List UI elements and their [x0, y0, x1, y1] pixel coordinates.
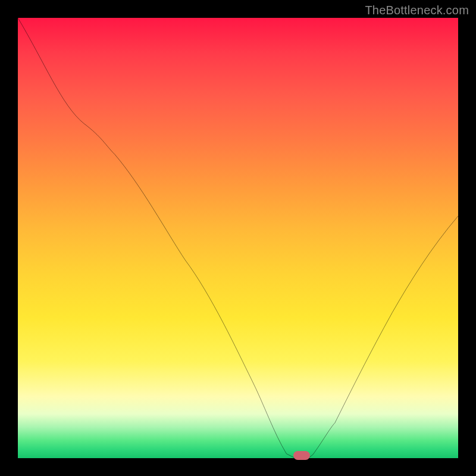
- watermark-text: TheBottleneck.com: [365, 4, 469, 17]
- curve-path: [18, 18, 458, 458]
- chart-frame: TheBottleneck.com: [0, 0, 476, 476]
- bottleneck-curve: [18, 18, 458, 458]
- optimal-point-marker: [293, 451, 310, 460]
- plot-area: [18, 18, 458, 458]
